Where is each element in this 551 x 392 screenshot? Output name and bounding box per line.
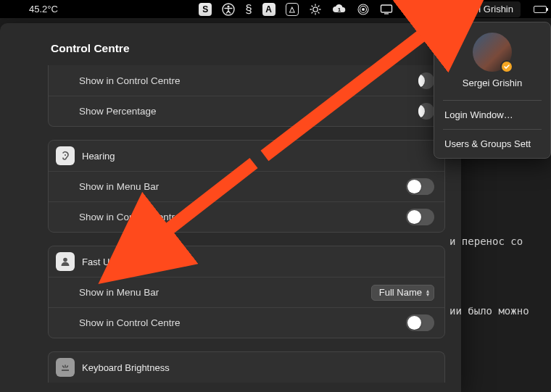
avatar [473,33,512,72]
ear-icon [56,146,75,165]
popup-fus-menubar[interactable]: Full Name ▴▾ [371,285,434,301]
menu-item-users-groups[interactable]: Users & Groups Sett [434,134,550,154]
user-menu-current[interactable]: Sergei Grishin [434,30,550,96]
row-label: Show in Control Centre [79,212,181,222]
menu-separator [443,100,542,101]
menubar: 45.2°C S § A △ 1 Sergei Grishin [0,0,551,18]
row-show-percentage: Show Percentage [49,96,444,126]
group-header-hearing: Hearing [49,141,444,171]
svg-point-1 [228,5,230,7]
row-label: Show in Menu Bar [79,181,159,192]
bg-line: ии было можно [450,299,551,322]
group-header-kb: Keyboard Brightness [49,352,444,383]
svg-point-2 [312,7,317,11]
settings-group-partial: Show in Control Centre Show Percentage [48,65,445,127]
row-fus-menubar: Show in Menu Bar Full Name ▴▾ [49,277,444,307]
svg-rect-7 [381,5,392,12]
settings-content: Show in Control Centre Show Percentage H… [48,65,445,392]
row-show-in-cc: Show in Control Centre [49,65,444,96]
group-header-label: Keyboard Brightness [82,362,170,373]
menubar-user-button[interactable]: Sergei Grishin [447,1,521,17]
input-source-icon[interactable]: A [262,1,276,18]
svg-point-8 [65,154,66,156]
user-menu-name: Sergei Grishin [463,78,522,88]
group-header-label: Fast User Switching [82,257,166,267]
row-label: Show in Control Centre [79,317,181,328]
system-settings-window: Control Centre Show in Control Centre Sh… [0,23,461,392]
toggle-hearing-menubar[interactable] [406,178,434,195]
menu-item-login-window[interactable]: Login Window… [434,105,550,125]
user-menu-dropdown: Sergei Grishin Login Window… Users & Gro… [434,22,551,159]
brightness-icon[interactable] [309,1,322,18]
svg-point-4 [362,8,365,11]
toggle-show-percentage[interactable] [418,103,434,120]
svg-point-9 [63,258,67,262]
chevron-updown-icon: ▴▾ [426,289,429,296]
menu-separator [443,129,542,130]
background-editor-text: и перенос со ии было можно ьзуется для в… [450,183,551,392]
checkmark-badge-icon [500,60,513,73]
toggle-hearing-cc[interactable] [406,209,434,225]
row-hearing-menubar: Show in Menu Bar [49,171,444,201]
user-icon [56,252,75,271]
group-header-fus: Fast User Switching [49,246,444,277]
row-label: Show in Control Centre [79,75,181,86]
seahorse-icon[interactable]: § [245,1,252,18]
menubar-username: Sergei Grishin [454,4,513,14]
battery-icon[interactable] [531,1,547,18]
toggle-show-in-cc[interactable] [418,72,434,89]
toggle-fus-cc[interactable] [406,314,434,331]
settings-group-fast-user-switching: Fast User Switching Show in Menu Bar Ful… [48,246,445,338]
menubar-temperature[interactable]: 45.2°C [29,1,58,18]
settings-group-keyboard-brightness: Keyboard Brightness [48,351,445,383]
popup-value: Full Name [379,287,422,298]
cloud-sync-icon[interactable]: 1 [332,1,347,18]
svg-text:1: 1 [337,7,341,13]
settings-group-hearing: Hearing Show in Menu Bar Show in Control… [48,140,445,233]
row-label: Show in Menu Bar [79,287,159,298]
drive-icon[interactable]: △ [286,1,299,18]
page-title: Control Centre [20,23,461,65]
row-fus-cc: Show in Control Centre [49,307,444,338]
bluetooth-icon[interactable] [426,1,435,18]
airdrop-icon[interactable] [357,1,370,18]
volume-icon[interactable] [403,1,416,18]
accessibility-icon[interactable] [222,1,235,18]
row-hearing-cc: Show in Control Centre [49,201,444,232]
s-icon[interactable]: S [199,1,212,18]
row-label: Show Percentage [79,106,157,117]
bg-line: и перенос со [450,230,551,253]
display-icon[interactable] [380,1,393,18]
keyboard-brightness-icon [56,358,75,377]
group-header-label: Hearing [82,151,115,162]
